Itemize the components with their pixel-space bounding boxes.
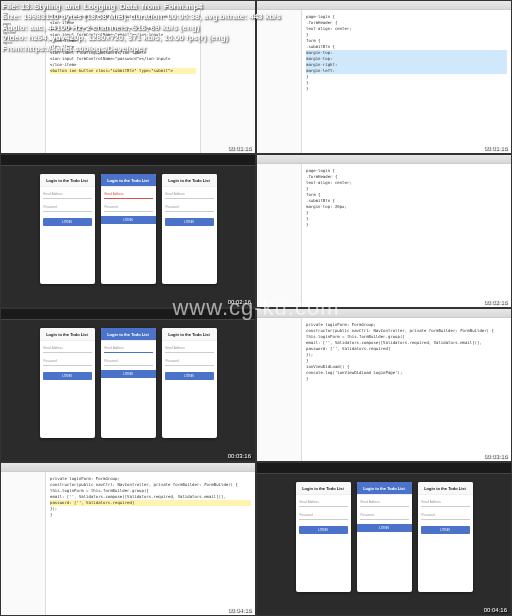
password-input: Password — [421, 511, 470, 520]
ide-toolbar — [257, 309, 511, 318]
login-button: LOGIN — [165, 372, 214, 380]
thumbnail-6: private loginForm: FormGroup; constructo… — [256, 308, 512, 462]
phone-mockup-windows: Login to the Todo List Email Address Pas… — [162, 174, 217, 284]
login-button: LOGIN — [421, 526, 470, 534]
thumbnail-3: Login to the Todo List Email Address Pas… — [0, 154, 256, 308]
code-editor: page-login { .formHeader { text-align: c… — [302, 10, 511, 154]
ide-toolbar — [257, 1, 511, 10]
code-editor: private loginForm: FormGroup; constructo… — [46, 472, 255, 616]
phone-mockup-ios: Login to the Todo List Email Address Pas… — [40, 174, 95, 284]
phone-mockup-windows: Login to the Todo List Email Address Pas… — [418, 482, 473, 592]
ide-toolbar — [1, 463, 255, 472]
email-input: Email Address — [104, 344, 153, 353]
timestamp: 00:03:16 — [228, 453, 251, 459]
thumbnail-4: page-login { .formHeader { text-align: c… — [256, 154, 512, 308]
file-tree — [257, 318, 302, 462]
ide-toolbar — [257, 155, 511, 164]
browser-toolbar — [1, 155, 255, 166]
timestamp: 00:04:16 — [228, 607, 251, 613]
password-input: Password — [104, 357, 153, 366]
phone-title: Login to the Todo List — [40, 174, 95, 187]
meta-audio: Audio: aac, 44100 Hz, 2 channels, S16, 6… — [2, 23, 281, 33]
login-button: LOGIN — [101, 216, 156, 224]
email-input: Email Address — [104, 190, 153, 199]
meta-file: File: 13. Styling_and_Logging_Data_from_… — [2, 2, 281, 12]
password-input: Password — [104, 203, 153, 212]
phone-title: Login to the Todo List — [296, 482, 351, 495]
password-input: Password — [360, 511, 409, 520]
file-metadata: File: 13. Styling_and_Logging_Data_from_… — [2, 2, 281, 54]
password-input: Password — [43, 203, 92, 212]
login-button: LOGIN — [299, 526, 348, 534]
email-input: Email Address — [165, 344, 214, 353]
email-input: Email Address — [421, 498, 470, 507]
thumbnail-7: private loginForm: FormGroup; constructo… — [0, 462, 256, 616]
phone-mockup-windows: Login to the Todo List Email Address Pas… — [162, 328, 217, 438]
phone-mockup-ios: Login to the Todo List Email Address Pas… — [40, 328, 95, 438]
timestamp: 00:03:16 — [484, 453, 507, 459]
meta-video: Video: h264, yuv420p, 1280x720, 371 kb/s… — [2, 33, 281, 43]
phone-mockup-android: Login to the Todo List Email Address Pas… — [101, 174, 156, 284]
timestamp: 00:01:16 — [228, 145, 251, 151]
email-input: Email Address — [360, 498, 409, 507]
password-input: Password — [165, 357, 214, 366]
meta-from: From:https://sanet.st/blogs/Developer — [2, 44, 281, 54]
phone-title: Login to the Todo List — [40, 328, 95, 341]
password-input: Password — [43, 357, 92, 366]
thumbnail-grid: app src pages login login.html login.scs… — [0, 0, 512, 616]
timestamp: 00:01:16 — [484, 145, 507, 151]
password-input: Password — [165, 203, 214, 212]
meta-size: Size: 19983110 bytes (18.58 MiB), durati… — [2, 12, 281, 22]
phone-title: Login to the Todo List — [101, 174, 156, 187]
email-input: Email Address — [165, 190, 214, 199]
phone-title: Login to the Todo List — [418, 482, 473, 495]
phone-mockup-ios: Login to the Todo List Email Address Pas… — [296, 482, 351, 592]
code-editor: private loginForm: FormGroup; constructo… — [302, 318, 511, 462]
password-input: Password — [299, 511, 348, 520]
timestamp: 00:02:16 — [228, 299, 251, 305]
browser-toolbar — [1, 309, 255, 320]
email-input: Email Address — [43, 344, 92, 353]
thumbnail-5: Login to the Todo List Email Address Pas… — [0, 308, 256, 462]
login-button: LOGIN — [357, 524, 412, 532]
login-button: LOGIN — [101, 370, 156, 378]
thumbnail-8: Login to the Todo List Email Address Pas… — [256, 462, 512, 616]
browser-toolbar — [257, 463, 511, 474]
email-input: Email Address — [43, 190, 92, 199]
file-tree — [1, 472, 46, 616]
phone-title: Login to the Todo List — [357, 482, 412, 495]
thumbnail-2: page-login { .formHeader { text-align: c… — [256, 0, 512, 154]
timestamp: 00:02:16 — [484, 299, 507, 305]
code-editor: page-login { .formHeader { text-align: c… — [302, 164, 511, 308]
timestamp: 00:04:16 — [484, 607, 507, 613]
login-button: LOGIN — [165, 218, 214, 226]
phone-mockup-android: Login to the Todo List Email Address Pas… — [357, 482, 412, 592]
phone-mockup-android: Login to the Todo List Email Address Pas… — [101, 328, 156, 438]
login-button: LOGIN — [43, 372, 92, 380]
phone-title: Login to the Todo List — [162, 328, 217, 341]
file-tree — [257, 164, 302, 308]
email-input: Email Address — [299, 498, 348, 507]
login-button: LOGIN — [43, 218, 92, 226]
phone-title: Login to the Todo List — [162, 174, 217, 187]
phone-title: Login to the Todo List — [101, 328, 156, 341]
